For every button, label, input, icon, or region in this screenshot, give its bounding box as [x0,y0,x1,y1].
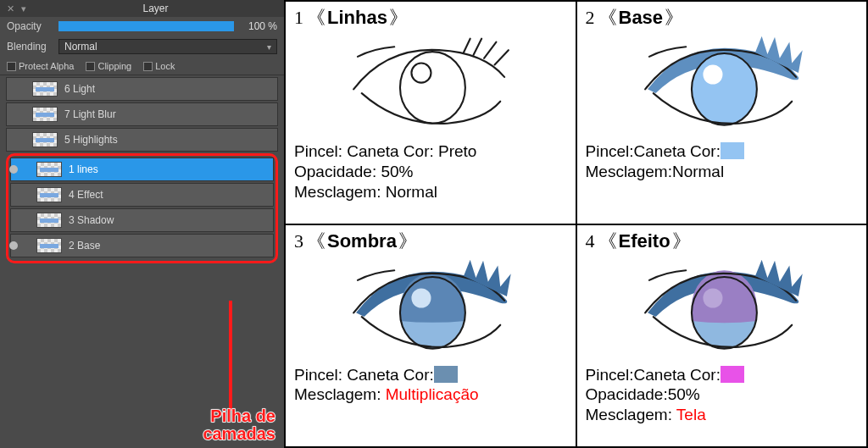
callout-connector [229,301,232,411]
layer-thumbnail [32,107,58,122]
tutorial-step: 4《Efeito》 Pincel:Caneta Cor:Opacidade:50… [576,224,869,449]
svg-point-3 [703,64,722,84]
eye-illustration [294,32,569,138]
step-description: Pincel:Caneta Cor:Mesclagem:Normal [586,141,860,182]
svg-point-6 [412,288,431,307]
layer-thumbnail [32,132,58,147]
layer-thumbnail [36,238,62,253]
layer-name: 5 Highlights [64,134,118,146]
step-title: 2《Base》 [586,5,860,30]
layer-panel: ✕ ▾ Layer Opacity 100 % Blending Normal … [0,0,284,448]
layer-name: 3 Shadow [69,214,114,226]
eye-illustration [586,32,860,138]
layer-name: 4 Effect [69,189,103,201]
layer-name: 7 Light Blur [64,108,116,120]
opacity-row: Opacity 100 % [0,17,284,36]
visibility-dot-icon[interactable] [9,165,18,174]
layer-list: 6 Light7 Light Blur5 Highlights 1 lines4… [0,75,284,263]
collapse-icon[interactable]: ▾ [19,3,29,14]
layer-name: 6 Light [64,83,95,95]
blending-select[interactable]: Normal ▾ [58,39,277,54]
color-swatch [721,366,744,383]
layer-thumbnail [32,81,58,97]
layer-thumbnail [36,162,62,177]
step-description: Pincel:Caneta Cor:Opacidade:50%Mesclagem… [586,365,860,425]
layer-thumbnail [36,213,62,228]
visibility-dot-icon[interactable] [9,241,18,250]
layer-item[interactable]: 6 Light [6,77,278,101]
layer-item[interactable]: 5 Highlights [6,128,278,152]
layer-item[interactable]: 3 Shadow [10,208,274,232]
protect-alpha-check[interactable]: Protect Alpha [7,61,74,71]
svg-point-1 [412,64,431,83]
tutorial-grid: 1《Linhas》 Pincel: Caneta Cor: PretoOpaci… [284,0,868,448]
step-description: Pincel: Caneta Cor:Mesclagem: Multiplica… [294,365,569,406]
step-title: 3《Sombra》 [294,229,569,254]
close-icon[interactable]: ✕ [5,3,15,14]
step-title: 1《Linhas》 [294,5,569,30]
color-swatch [434,366,458,383]
layer-item[interactable]: 4 Effect [10,183,274,207]
eye-illustration [294,256,569,362]
panel-title: Layer [32,3,279,14]
highlighted-layer-group: 1 lines4 Effect3 Shadow2 Base [6,153,278,263]
layer-name: 1 lines [69,163,98,175]
clipping-check[interactable]: Clipping [86,61,131,71]
step-description: Pincel: Caneta Cor: PretoOpacidade: 50%M… [294,141,569,202]
callout-caption: Pilha de camadas [203,407,275,443]
color-swatch [721,142,744,159]
blending-label: Blending [7,41,53,53]
layer-item[interactable]: 2 Base [10,234,274,257]
layer-item[interactable]: 7 Light Blur [6,102,278,126]
layer-options-row: Protect Alpha Clipping Lock [0,58,284,75]
layer-name: 2 Base [69,240,100,252]
eye-illustration [586,256,860,362]
panel-titlebar: ✕ ▾ Layer [0,0,284,17]
opacity-label: Opacity [7,20,53,32]
lock-check[interactable]: Lock [143,61,175,71]
tutorial-step: 1《Linhas》 Pincel: Caneta Cor: PretoOpaci… [284,0,576,224]
svg-point-9 [703,288,722,307]
opacity-value: 100 % [239,20,277,32]
opacity-slider[interactable] [58,21,234,31]
step-title: 4《Efeito》 [586,229,860,254]
tutorial-step: 3《Sombra》 Pincel: Caneta Cor:Mesclagem: … [284,224,576,449]
chevron-down-icon: ▾ [267,42,271,52]
svg-point-0 [400,52,465,124]
blending-row: Blending Normal ▾ [0,36,284,58]
blending-value: Normal [64,41,97,53]
tutorial-step: 2《Base》 Pincel:Caneta Cor:Mesclagem:Norm… [576,0,869,224]
layer-item[interactable]: 1 lines [10,158,274,181]
layer-thumbnail [36,187,62,202]
